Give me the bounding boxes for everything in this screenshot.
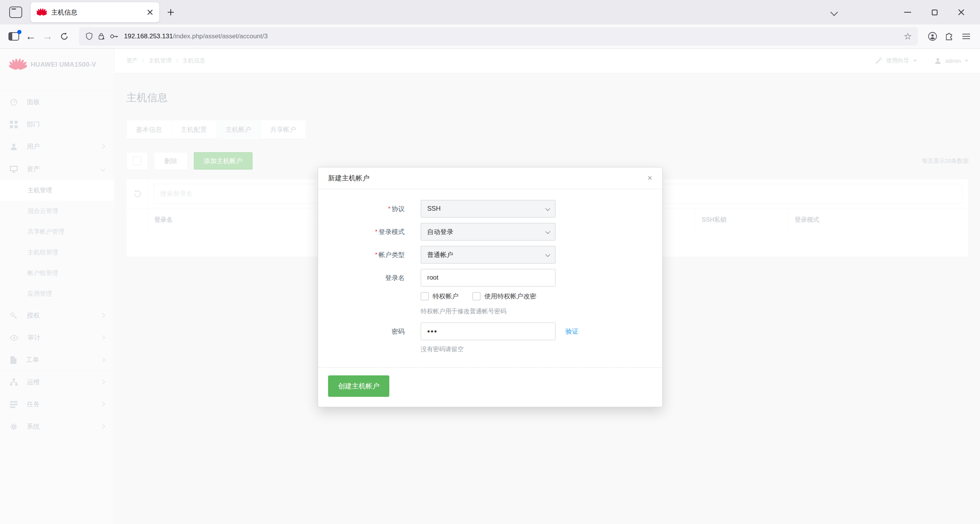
connection-lock-icon[interactable] — [97, 32, 106, 41]
monitor-icon — [10, 165, 18, 173]
huawei-favicon-icon — [37, 7, 47, 17]
reload-icon[interactable] — [56, 28, 73, 45]
checkbox-icon — [472, 292, 480, 300]
menu-hamburger-icon[interactable] — [958, 28, 975, 45]
tab-host-config[interactable]: 主机配置 — [172, 120, 216, 139]
privileged-account-checkbox[interactable]: 特权帐户 — [421, 292, 459, 301]
protocol-label: *协议 — [328, 205, 405, 213]
breadcrumb-host-management[interactable]: 主机管理 — [149, 57, 172, 64]
privilege-options: 特权帐户 使用特权帐户改密 — [421, 292, 652, 301]
back-icon[interactable]: ← — [22, 28, 39, 45]
sidebar-item-audit[interactable]: 审计 — [0, 327, 114, 349]
extensions-puzzle-icon[interactable] — [941, 28, 958, 45]
sidebar-subitem-account-groups[interactable]: 帐户组管理 — [0, 263, 114, 283]
document-icon — [10, 356, 17, 364]
password-input[interactable] — [421, 323, 555, 340]
page-title: 主机信息 — [126, 91, 969, 105]
address-bar[interactable]: 192.168.253.131/index.php/asset/asset/ac… — [79, 27, 918, 46]
user-icon — [10, 143, 18, 151]
user-icon — [934, 57, 941, 64]
sidebar-item-system[interactable]: 系统 — [0, 416, 114, 438]
magic-wand-icon — [875, 57, 882, 65]
window-controls — [831, 5, 975, 20]
user-dropdown[interactable]: admin — [934, 57, 969, 64]
caret-down-icon — [965, 60, 969, 64]
use-privileged-checkbox[interactable]: 使用特权帐户改密 — [472, 292, 536, 301]
tab-title: 主机信息 — [51, 8, 147, 17]
chevron-right-icon — [100, 380, 105, 385]
login-name-label: 登录名 — [328, 273, 405, 282]
tab-host-accounts[interactable]: 主机帐户 — [216, 120, 261, 139]
tab-shared-accounts[interactable]: 共享帐户 — [261, 120, 306, 139]
account-type-select[interactable]: 普通帐户 — [421, 246, 555, 264]
login-mode-select[interactable]: 自动登录 — [421, 223, 555, 241]
select-all-checkbox[interactable] — [126, 152, 148, 170]
firefox-view-icon[interactable] — [9, 7, 22, 18]
screen: 主机信息 ← → — [0, 0, 980, 524]
brand-text: HUAWEI UMA1500-V — [31, 61, 96, 69]
sidebar-subitem-host-groups[interactable]: 主机组管理 — [0, 242, 114, 263]
sidebar-subitem-hybrid-cloud[interactable]: 混合云管理 — [0, 201, 114, 221]
restore-button[interactable] — [921, 5, 948, 20]
page-size-label: 每页显示20条数据 — [922, 157, 969, 165]
list-tabs-icon[interactable] — [830, 8, 838, 16]
account-type-label: *帐户类型 — [328, 251, 405, 259]
modal-close-icon[interactable]: × — [647, 174, 652, 182]
key-icon — [10, 312, 18, 319]
account-icon[interactable] — [924, 28, 941, 45]
tracking-shield-icon[interactable] — [85, 32, 93, 41]
bookmark-star-icon[interactable]: ☆ — [903, 31, 912, 42]
create-host-account-button[interactable]: 创建主机帐户 — [328, 375, 389, 397]
sidebar-toggle-icon[interactable] — [5, 28, 22, 45]
sidebar-item-dashboard[interactable]: 面板 — [0, 91, 114, 113]
select-chevron-icon — [546, 206, 550, 211]
verify-link[interactable]: 验证 — [565, 327, 578, 336]
app-viewport: HUAWEI UMA1500-V 面板 部门 用户 资 — [0, 49, 980, 524]
task-list-icon — [10, 401, 18, 408]
sidebar-item-tasks[interactable]: 任务 — [0, 393, 114, 416]
tab-close-icon[interactable] — [147, 9, 153, 15]
detail-tabs: 基本信息 主机配置 主机帐户 共享帐户 — [126, 120, 969, 139]
chevron-right-icon — [100, 313, 105, 318]
assets-submenu: 主机管理 混合云管理 共享帐户管理 主机组管理 帐户组管理 应用管理 — [0, 180, 114, 305]
password-hint: 没有密码请留空 — [421, 346, 652, 354]
wizard-dropdown[interactable]: 使用向导 — [875, 57, 917, 65]
password-label: 密码 — [328, 327, 405, 336]
sidebar-subitem-host-management[interactable]: 主机管理 — [0, 180, 114, 201]
breadcrumb: 资产 / 主机管理 / 主机信息 — [126, 57, 205, 64]
browser-tab-strip: 主机信息 — [0, 0, 980, 25]
tab-basic-info[interactable]: 基本信息 — [126, 120, 172, 139]
new-tab-icon[interactable] — [167, 8, 175, 16]
protocol-select[interactable]: SSH — [421, 200, 555, 218]
huawei-logo-icon — [9, 57, 27, 73]
reset-search-icon[interactable] — [127, 179, 148, 208]
chevron-down-icon — [100, 167, 105, 172]
eye-icon — [10, 334, 18, 342]
forward-icon[interactable]: → — [39, 28, 56, 45]
sidebar-item-department[interactable]: 部门 — [0, 113, 114, 136]
key-icon[interactable] — [109, 33, 119, 40]
sidebar-item-operations[interactable]: 运维 — [0, 371, 114, 393]
sidebar-item-assets[interactable]: 资产 — [0, 158, 114, 180]
add-host-account-button[interactable]: 添加主机帐户 — [194, 152, 253, 170]
new-host-account-modal: 新建主机帐户 × *协议 SSH *登录模式 自动登录 — [318, 167, 663, 407]
chevron-right-icon — [100, 357, 105, 362]
url-text: 192.168.253.131/index.php/asset/asset/ac… — [124, 33, 268, 40]
window-close-button[interactable] — [948, 5, 975, 20]
modal-footer: 创建主机帐户 — [318, 367, 662, 407]
sidebar-subitem-app-management[interactable]: 应用管理 — [0, 283, 114, 304]
sidebar-item-tickets[interactable]: 工单 — [0, 349, 114, 371]
sidebar-item-users[interactable]: 用户 — [0, 136, 114, 158]
sidebar-item-authorization[interactable]: 授权 — [0, 305, 114, 327]
delete-button[interactable]: 删除 — [154, 152, 188, 170]
column-login-mode[interactable]: 登录模式 — [788, 208, 968, 232]
login-name-input[interactable] — [421, 269, 555, 287]
caret-down-icon — [913, 60, 917, 64]
select-chevron-icon — [546, 252, 550, 257]
browser-tab[interactable]: 主机信息 — [31, 2, 159, 22]
breadcrumb-assets[interactable]: 资产 — [126, 57, 138, 64]
column-ssh-key[interactable]: SSH私钥 — [695, 208, 788, 232]
minimize-button[interactable] — [894, 5, 921, 20]
sidebar-subitem-shared-accounts[interactable]: 共享帐户管理 — [0, 221, 114, 242]
chevron-right-icon — [100, 335, 105, 340]
